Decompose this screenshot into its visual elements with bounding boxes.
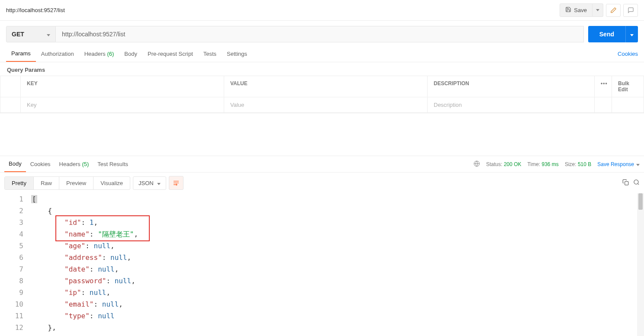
seg-preview[interactable]: Preview (59, 177, 93, 189)
svg-rect-4 (625, 182, 628, 185)
time-block: Time: 936 ms (528, 161, 559, 167)
cookies-link[interactable]: Cookies (618, 51, 638, 57)
code-line: 7 "date": null, (0, 263, 644, 275)
resp-tab-headers[interactable]: Headers (5) (55, 157, 93, 172)
code-line: 5 "age": null, (0, 240, 644, 252)
code-line: 1[ (0, 193, 644, 205)
code-line: 2 { (0, 205, 644, 217)
save-dropdown[interactable] (592, 3, 603, 17)
params-table: KEY VALUE DESCRIPTION ••• Bulk Edit Key … (0, 76, 644, 113)
key-input[interactable]: Key (27, 102, 36, 108)
copy-icon[interactable] (622, 179, 629, 187)
tab-tests[interactable]: Tests (198, 46, 222, 61)
size-block: Size: 510 B (565, 161, 591, 167)
url-input[interactable] (56, 26, 584, 42)
response-body-code[interactable]: 1[2 {3 "id": 1,4 "name": "隔壁老王",5 "age":… (0, 193, 644, 336)
code-line: 11 "type": null (0, 310, 644, 322)
search-icon[interactable] (633, 179, 640, 187)
value-input[interactable]: Value (230, 102, 244, 108)
col-desc: DESCRIPTION (428, 76, 595, 97)
wrap-lines-button[interactable] (169, 176, 184, 190)
seg-raw[interactable]: Raw (34, 177, 59, 189)
tab-params[interactable]: Params (6, 46, 36, 62)
col-value: VALUE (224, 76, 428, 97)
code-line: 10 "email": null, (0, 298, 644, 310)
globe-icon[interactable] (473, 160, 480, 168)
save-response[interactable]: Save Response (597, 161, 640, 167)
resp-tab-headers-label: Headers (59, 161, 80, 167)
chevron-down-icon (47, 31, 50, 38)
edit-icon-button[interactable] (606, 4, 621, 17)
query-params-label: Query Params (0, 62, 644, 76)
method-label: GET (12, 31, 24, 38)
view-segment: Pretty Raw Preview Visualize (4, 176, 130, 190)
save-button[interactable]: Save (560, 3, 592, 17)
save-label: Save (574, 7, 587, 13)
chevron-down-icon (157, 180, 161, 186)
tab-body[interactable]: Body (119, 46, 142, 61)
bulk-edit[interactable]: Bulk Edit (612, 76, 644, 97)
format-label: JSON (138, 180, 154, 186)
comment-icon-button[interactable] (623, 4, 638, 17)
col-more[interactable]: ••• (595, 76, 612, 97)
status-block: Status: 200 OK (486, 161, 521, 167)
code-line: 12 }, (0, 322, 644, 333)
tab-headers-count: (6) (107, 51, 114, 57)
code-line: 9 "ip": null, (0, 287, 644, 298)
method-select[interactable]: GET (6, 26, 56, 42)
resp-tab-body[interactable]: Body (4, 156, 26, 172)
scrollbar[interactable] (637, 193, 644, 336)
tab-headers[interactable]: Headers (6) (79, 46, 119, 61)
svg-line-6 (638, 183, 639, 185)
annotation-highlight (55, 215, 150, 241)
resp-tab-testresults[interactable]: Test Results (93, 157, 132, 172)
code-line: 6 "address": null, (0, 252, 644, 263)
code-line: 8 "password": null, (0, 275, 644, 287)
format-select[interactable]: JSON (133, 176, 166, 190)
tab-headers-label: Headers (84, 51, 106, 57)
resp-tab-cookies[interactable]: Cookies (26, 157, 55, 172)
save-icon (565, 6, 571, 14)
seg-pretty[interactable]: Pretty (5, 177, 34, 189)
tab-prerequest[interactable]: Pre-request Script (142, 46, 198, 61)
resp-tab-headers-count: (5) (82, 161, 89, 167)
seg-visualize[interactable]: Visualize (93, 177, 130, 189)
tab-settings[interactable]: Settings (222, 46, 252, 61)
desc-input[interactable]: Description (434, 102, 462, 108)
col-key: KEY (21, 76, 224, 97)
tab-authorization[interactable]: Authorization (36, 46, 79, 61)
svg-point-5 (634, 180, 638, 184)
send-button[interactable]: Send (588, 26, 625, 42)
send-dropdown[interactable] (625, 26, 638, 42)
request-title: http://localhost:9527/list (6, 7, 65, 13)
